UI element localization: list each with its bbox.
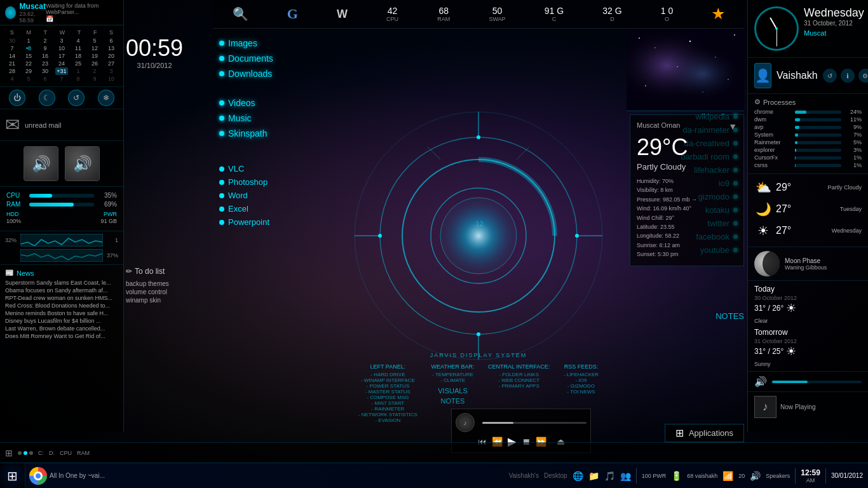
applications-button[interactable]: ⊞ Applications (665, 424, 744, 442)
sleep-button[interactable]: ☾ (39, 90, 55, 106)
cal-week-6: 4 5 6 7 8 9 10 (4, 75, 119, 83)
app-icon (5, 6, 16, 19)
proc-dwm: dwm 11% (754, 116, 862, 123)
search-icon[interactable]: 🔍 (233, 6, 248, 22)
volume-bar-fill (772, 381, 808, 383)
fc-desc-1: Partly Cloudy (827, 184, 862, 191)
proc-cursorfx: CursorFx 1% (754, 154, 862, 161)
rainmeter-bar (795, 141, 797, 144)
start-button[interactable]: ⊞ (0, 463, 25, 489)
lock-button[interactable]: ❄ (98, 90, 114, 106)
cpu-value: 35% (98, 192, 117, 199)
swap-metric: 50 SWAP (489, 6, 505, 22)
date-full: 31 October, 2012 (804, 20, 864, 27)
todo-title: ✏ To do list (126, 267, 208, 276)
date-info: Wednesday 31 October, 2012 Muscat (804, 6, 864, 37)
news-item-8[interactable]: Does Mitt Romney Want to Get Rid of... (5, 333, 118, 339)
tray-wifi-icon[interactable]: 📶 (722, 471, 733, 481)
performance-section: CPU 35% RAM 69% HDD 100% PWR 91 GB (0, 187, 123, 231)
news-item-7[interactable]: Last Warren, Brown debate cancelled... (5, 325, 118, 332)
nav-dot-ps (219, 180, 224, 185)
nav-skinspath[interactable]: Skinspath (219, 128, 273, 139)
graph-area: 32% 1 37% (0, 231, 123, 265)
fc-temp-2: 27° (776, 203, 836, 215)
tray-pwr: 100 PWR (642, 473, 667, 479)
nav-powerpoint[interactable]: Powerpoint (219, 217, 273, 227)
minute-hand (776, 29, 777, 46)
player-progress-fill (482, 422, 513, 424)
taskbar-browser-icon[interactable]: 🌐 (573, 471, 583, 481)
news-item-4[interactable]: Red Cross: Blood Donations Needed to... (5, 302, 118, 309)
galaxy-svg (627, 29, 744, 111)
taskbar-folder-icon[interactable]: 📁 (588, 471, 599, 481)
news-item-1[interactable]: Superstorm Sandy slams East Coast, le... (5, 280, 118, 286)
svg-point-14 (477, 332, 480, 336)
moon-info: Moon Phase Waning Gibbous (785, 257, 827, 271)
svg-point-12 (477, 135, 480, 139)
clock-center (775, 27, 778, 30)
hud-left-panel: LEFT PANEL: - HARD DRIVE - WINAMP INTERF… (358, 363, 417, 423)
d-drive-metric: 32 G D (602, 6, 621, 22)
ram-bar-bg (29, 203, 94, 207)
svg-point-24 (734, 34, 735, 36)
fc-icon-1: ⛅ (754, 180, 772, 195)
now-playing-section: ♪ Now Playing (748, 392, 868, 422)
restart-button[interactable]: ↺ (68, 90, 85, 106)
tray-speaker-icon[interactable]: 🔊 (750, 471, 761, 481)
gb-val: 91 GB (100, 218, 117, 224)
o-drive-metric: 1 0 O (661, 6, 673, 22)
avp-bar (795, 126, 799, 129)
news-item-6[interactable]: Disney buys Lucasfilm for $4 billion ... (5, 318, 118, 324)
cal-week-4: 21 22 23 24 25 26 27 (4, 60, 119, 67)
fc-row-1: ⛅ 29° Partly Cloudy (754, 178, 862, 197)
nav-vlc[interactable]: VLC (219, 164, 273, 173)
nav-photoshop[interactable]: Photoshop (219, 177, 273, 187)
fc-day-2: Tuesday (840, 206, 862, 212)
wind-chill: Wind Chill: 29° (637, 214, 737, 222)
mail-icon: ✉ (5, 114, 20, 135)
nav-videos[interactable]: Videos (219, 98, 273, 108)
taskbar-chrome-icon[interactable] (29, 467, 47, 485)
clock-widget: 00:59 31/10/2012 (126, 35, 183, 69)
svg-point-20 (639, 37, 640, 39)
nav-excel[interactable]: Excel (219, 204, 273, 214)
news-item-5[interactable]: Menino reminds Boston to have safe H... (5, 310, 118, 316)
tray-separator-2 (795, 468, 796, 484)
wikipedia-icon[interactable]: W (337, 8, 348, 21)
svg-rect-19 (627, 29, 744, 111)
google-icon[interactable]: G (287, 6, 298, 22)
settings-icon[interactable]: ⚙ (858, 69, 868, 83)
weather-dropdown[interactable]: ▼ (728, 121, 737, 132)
tray-speakers-val: 20 (738, 473, 745, 479)
info-icon[interactable]: ℹ (841, 69, 855, 83)
system-tray: Vaishakh's Desktop 🌐 📁 🎵 👥 100 PWR 🔋 68 … (504, 468, 868, 484)
refresh-icon[interactable]: ↺ (823, 69, 837, 83)
mail-area[interactable]: ✉ unread mail (0, 109, 123, 141)
nav-music[interactable]: Music (219, 113, 273, 123)
status-bar: 🔍 G W 42 CPU 68 RAM 50 SWAP 91 G C 32 G … (213, 0, 744, 29)
left-nav: Images Documents Downloads Videos Music … (219, 38, 273, 231)
hdd-val: 100% (6, 218, 21, 224)
title-bar: Muscat 23.62, 58.59 Waiting for data fro… (0, 0, 123, 25)
svg-point-21 (654, 47, 656, 48)
fc-temp-3: 27° (776, 225, 828, 236)
nav-word[interactable]: Word (219, 191, 273, 200)
svg-point-28 (702, 92, 703, 92)
humidity: Humidity: 70% (637, 177, 737, 186)
nav-downloads[interactable]: Downloads (219, 69, 273, 79)
nav-dot-word (219, 193, 224, 198)
sunset: Sunset: 5:30 pm (637, 250, 737, 259)
bottom-bar-cpu: CPU (60, 450, 72, 456)
news-item-2[interactable]: Obama focuses on Sandy aftermath af... (5, 287, 118, 294)
taskbar-people-icon[interactable]: 👥 (620, 471, 631, 481)
nav-documents[interactable]: Documents (219, 53, 273, 64)
bottom-bar-d: D: (49, 450, 55, 456)
power-button[interactable]: ⏻ (9, 90, 25, 106)
nav-dot-skins (219, 131, 224, 136)
news-item-3[interactable]: RPT-Dead crew woman on sunken HMS... (5, 295, 118, 301)
nav-images[interactable]: Images (219, 38, 273, 48)
dot-3 (29, 451, 33, 455)
tray-clock[interactable]: 12:59 AM (801, 468, 820, 484)
wind: Wind: 16.09 km/h 40° (637, 204, 737, 213)
taskbar-music-icon2[interactable]: 🎵 (604, 471, 615, 481)
